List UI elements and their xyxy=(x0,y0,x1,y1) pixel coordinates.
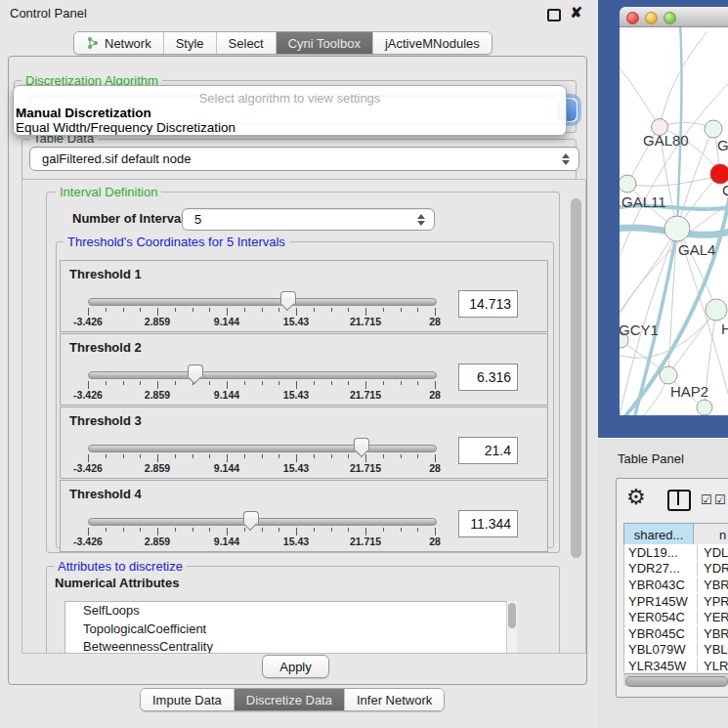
tab-network[interactable]: Network xyxy=(74,32,163,54)
slider-minor-tick xyxy=(244,381,245,385)
column-header-shared-name[interactable]: shared... xyxy=(624,524,694,545)
tab-label: Cyni Toolbox xyxy=(288,36,361,51)
zoom-traffic-light-icon[interactable] xyxy=(664,12,676,24)
slider-major-tick xyxy=(296,308,297,316)
slider-track[interactable] xyxy=(88,298,437,306)
tab-jactivemnodules[interactable]: jActiveMNodules xyxy=(372,32,492,54)
tab-impute-data[interactable]: Impute Data xyxy=(141,689,234,710)
slider-track[interactable] xyxy=(88,371,437,379)
select-columns-icon[interactable]: ☑ xyxy=(701,492,712,507)
slider-tick-label: 28 xyxy=(429,535,441,547)
table-horizontal-scrollbar[interactable] xyxy=(623,673,728,686)
close-icon[interactable]: ✘ xyxy=(570,4,582,21)
slider-minor-tick xyxy=(417,308,418,312)
slider-minor-tick xyxy=(175,308,176,312)
slider-minor-tick xyxy=(314,381,315,385)
tab-style[interactable]: Style xyxy=(163,32,216,54)
attribute-list-item[interactable]: BetweennessCentrality xyxy=(65,638,507,654)
tab-discretize-data[interactable]: Discretize Data xyxy=(234,689,344,710)
threshold-value-field[interactable]: 11.344 xyxy=(458,510,518,537)
network-node-ga[interactable] xyxy=(705,120,722,138)
window-title: Control Panel xyxy=(10,6,87,21)
slider-minor-tick xyxy=(209,381,210,385)
network-node-gal11[interactable] xyxy=(620,175,636,193)
slider-minor-tick xyxy=(348,454,349,458)
slider-major-tick xyxy=(157,308,158,316)
node-label: GAL4 xyxy=(678,241,715,258)
node-label: C xyxy=(722,182,728,198)
gear-icon[interactable]: ⚙ xyxy=(626,485,646,510)
tab-label: Style xyxy=(176,36,204,51)
dropdown-item-equal-width[interactable]: Equal Width/Frequency Discretization xyxy=(16,120,236,135)
numerical-attributes-list[interactable]: SelfLoopsTopologicalCoefficientBetweenne… xyxy=(64,601,508,654)
slider-tick-label: 28 xyxy=(429,316,441,327)
slider-minor-tick xyxy=(262,528,263,532)
slider-minor-tick xyxy=(331,381,332,385)
attribute-list-item[interactable]: SelfLoops xyxy=(65,602,507,621)
column-header-name[interactable]: n xyxy=(694,524,728,545)
close-traffic-light-icon[interactable] xyxy=(626,12,639,24)
apply-button[interactable]: Apply xyxy=(262,655,329,678)
slider-tick-label: -3.426 xyxy=(73,389,103,401)
table-data-combobox[interactable]: galFiltered.sif default node xyxy=(29,147,579,171)
dropdown-item-manual[interactable]: Manual Discretization xyxy=(16,106,151,120)
slider-minor-tick xyxy=(278,308,279,312)
slider-major-tick xyxy=(227,454,228,462)
tab-select[interactable]: Select xyxy=(216,32,276,54)
table-body[interactable]: YDL19...YDL1YDR27...YDR2YBR043CYBR0YPR14… xyxy=(623,544,728,672)
number-of-intervals-combobox[interactable]: 5 xyxy=(182,208,435,231)
threshold-value-field[interactable]: 21.4 xyxy=(458,437,518,464)
slider-major-tick xyxy=(365,528,366,535)
network-window-titlebar[interactable] xyxy=(620,7,728,27)
slider-tick-label: 2.859 xyxy=(145,535,170,547)
table-row[interactable]: YER054CYER0 xyxy=(624,609,728,625)
slider-minor-tick xyxy=(401,528,402,532)
slider-major-tick xyxy=(435,381,436,389)
slider-minor-tick xyxy=(193,308,193,312)
table-row[interactable]: YBL079WYBL0 xyxy=(624,642,728,659)
table-row[interactable]: YDL19...YDL1 xyxy=(624,544,728,561)
panel-scrollbar[interactable] xyxy=(570,186,582,645)
slider-tick-label: 2.859 xyxy=(145,462,170,474)
tab-cyni-toolbox[interactable]: Cyni Toolbox xyxy=(276,32,372,54)
cell-name: YPR1 xyxy=(698,594,728,609)
slider-thumb[interactable] xyxy=(354,438,369,450)
threshold-value-field[interactable]: 14.713 xyxy=(458,290,518,318)
slider-minor-tick xyxy=(244,308,245,312)
slider-minor-tick xyxy=(401,308,402,312)
slider-tick-label: 9.144 xyxy=(214,462,239,474)
float-window-icon[interactable] xyxy=(547,9,561,21)
network-canvas[interactable]: GAL80GACGAL11GAL4GCY1HHAP2 xyxy=(620,26,728,415)
network-node-hap2[interactable] xyxy=(660,366,677,384)
column-layout-icon[interactable] xyxy=(667,490,691,511)
select-all-icon[interactable]: ☑ xyxy=(714,492,726,507)
minimize-traffic-light-icon[interactable] xyxy=(645,12,658,24)
slider-minor-tick xyxy=(140,528,141,532)
slider-thumb[interactable] xyxy=(243,511,259,524)
network-node-h[interactable] xyxy=(706,299,727,321)
slider-track[interactable] xyxy=(88,445,437,452)
network-node-gal4[interactable] xyxy=(664,216,690,241)
slider-minor-tick xyxy=(401,454,402,458)
slider-thumb[interactable] xyxy=(280,291,296,304)
tab-infer-network[interactable]: Infer Network xyxy=(344,689,444,710)
slider-tick-label: -3.426 xyxy=(73,316,103,327)
threshold-label: Threshold 2 xyxy=(69,340,142,355)
network-node-c[interactable] xyxy=(710,164,728,184)
slider-thumb[interactable] xyxy=(188,364,203,377)
threshold-label: Threshold 3 xyxy=(69,413,142,428)
threshold-value-field[interactable]: 6.316 xyxy=(458,364,518,391)
slider-track[interactable] xyxy=(88,518,437,526)
slider-minor-tick xyxy=(123,308,124,312)
slider-minor-tick xyxy=(262,454,263,458)
table-row[interactable]: YPR145WYPR1 xyxy=(624,593,728,610)
table-row[interactable]: YBR043CYBR0 xyxy=(624,577,728,593)
table-row[interactable]: YLR345WYLR3 xyxy=(624,658,728,672)
attributes-list-scrollbar[interactable] xyxy=(506,601,517,654)
network-node[interactable] xyxy=(697,400,712,415)
table-row[interactable]: YBR045CYBR0 xyxy=(624,625,728,642)
attribute-list-item[interactable]: TopologicalCoefficient xyxy=(65,621,507,639)
slider-major-tick xyxy=(227,528,228,535)
tab-label: jActiveMNodules xyxy=(385,36,480,51)
table-row[interactable]: YDR27...YDR2 xyxy=(624,561,728,578)
